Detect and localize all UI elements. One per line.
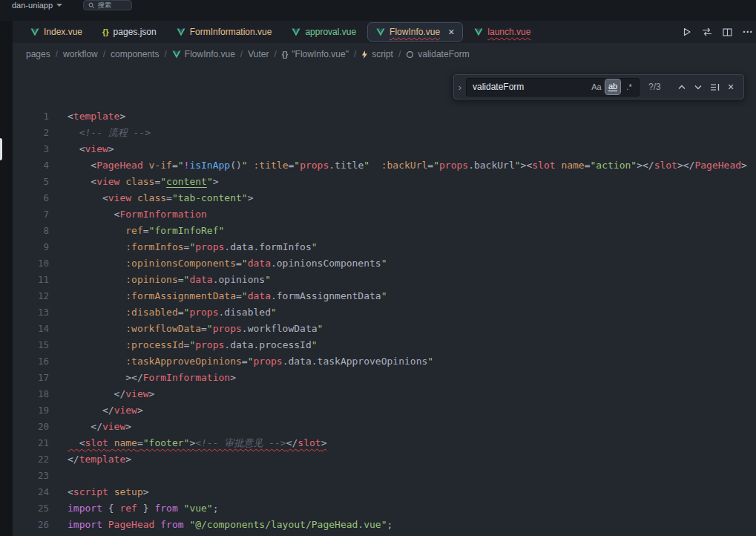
find-previous-button[interactable] <box>674 79 690 95</box>
code-token: "footer" <box>143 437 190 448</box>
line-number[interactable]: 12 <box>13 288 49 304</box>
tab-index-vue[interactable]: Index.vue <box>22 22 91 42</box>
run-button[interactable] <box>683 27 691 36</box>
code-token: :opinions <box>125 274 177 285</box>
code-line[interactable]: 13 :disabled="props.disabled" <box>13 304 756 321</box>
breadcrumb-item-script[interactable]: script <box>361 49 393 59</box>
code-line[interactable]: 9 :formInfos="props.data.formInfos" <box>13 239 756 255</box>
find-input[interactable] <box>473 82 588 92</box>
line-number[interactable]: 2 <box>13 125 49 141</box>
line-number[interactable]: 21 <box>13 435 49 451</box>
tab-launch-vue[interactable]: launch.vue <box>465 22 539 42</box>
split-editor-button[interactable] <box>723 28 732 36</box>
find-in-selection-button[interactable] <box>706 79 723 95</box>
code-line[interactable]: 4 <PageHead v-if="!isInApp()" :title="pr… <box>13 157 756 174</box>
code-token <box>68 258 125 269</box>
code-line[interactable]: 5 <view class="content"> <box>13 174 756 190</box>
line-number[interactable]: 20 <box>13 419 49 435</box>
code-line[interactable]: 2 <!-- 流程 --> <box>13 125 756 141</box>
line-number[interactable]: 6 <box>13 190 49 206</box>
code-line[interactable]: 10 :opinionsComponents="data.opinionsCom… <box>13 255 756 272</box>
line-number[interactable]: 8 <box>13 223 49 239</box>
line-number[interactable]: 18 <box>13 386 49 402</box>
code-token: import <box>68 519 102 530</box>
code-token: > <box>119 111 125 122</box>
code-line[interactable]: 3 <view> <box>13 141 756 157</box>
code-line[interactable]: 24<script setup> <box>13 484 756 500</box>
line-number[interactable]: 15 <box>13 337 49 353</box>
line-number[interactable]: 3 <box>13 141 49 157</box>
close-icon[interactable]: × <box>448 27 454 37</box>
vue-icon <box>292 28 300 36</box>
project-menu[interactable]: dan-uniapp <box>12 0 62 10</box>
breadcrumb-item-vuter[interactable]: Vuter <box>248 49 269 59</box>
code-line[interactable]: 12 :formAssignmentData="data.formAssignm… <box>13 288 756 304</box>
tab-pages-json[interactable]: {}pages.json <box>93 22 165 42</box>
code-token: < <box>68 209 119 220</box>
breadcrumb-item-validateform[interactable]: validateForm <box>406 49 469 59</box>
code-line[interactable]: 8 ref="formInfoRef" <box>13 223 756 239</box>
code-token: "@/components/layout/PageHead.vue" <box>189 519 387 530</box>
code-line[interactable]: 22</template> <box>13 451 756 468</box>
tab-approval-vue[interactable]: approval.vue <box>283 22 365 42</box>
close-icon: × <box>728 81 734 93</box>
line-number[interactable]: 19 <box>13 402 49 419</box>
breadcrumb-item--flowinfo-vue-[interactable]: {}"FlowInfo.vue" <box>282 49 349 59</box>
code-line[interactable]: 19 </view> <box>13 402 756 419</box>
line-number[interactable]: 11 <box>13 272 49 288</box>
line-number[interactable]: 7 <box>13 206 49 223</box>
code-line[interactable]: 23 <box>13 468 756 484</box>
whole-word-toggle[interactable]: ab <box>605 79 620 94</box>
code-line[interactable]: 15 :processId="props.data.processId" <box>13 337 756 353</box>
code-line[interactable]: 11 :opinions="data.opinions" <box>13 272 756 288</box>
line-number[interactable]: 14 <box>13 321 49 337</box>
code-token <box>68 274 125 285</box>
code-line[interactable]: 14 :workflowData="props.workflowData" <box>13 321 756 337</box>
line-number[interactable]: 23 <box>13 468 49 484</box>
breadcrumb-item-workflow[interactable]: workflow <box>63 49 98 59</box>
code-token: content <box>166 176 207 187</box>
code-line[interactable]: 26import PageHead from "@/components/lay… <box>13 517 756 533</box>
code-token: " <box>312 241 318 252</box>
match-case-toggle[interactable]: Aa <box>589 79 604 94</box>
code-line[interactable]: 25import { ref } from "vue"; <box>13 500 756 517</box>
search-icon <box>88 2 95 9</box>
code-line[interactable]: 17 ></FormInformation> <box>13 370 756 386</box>
line-number[interactable]: 5 <box>13 174 49 190</box>
regex-toggle[interactable]: .* <box>622 79 637 94</box>
line-number[interactable]: 17 <box>13 370 49 386</box>
find-next-button[interactable] <box>690 79 706 95</box>
tab-forminformation-vue[interactable]: FormInformation.vue <box>168 22 281 42</box>
breadcrumb-item-pages[interactable]: pages <box>26 49 50 59</box>
line-number[interactable]: 1 <box>13 108 49 125</box>
line-number[interactable]: 4 <box>13 157 49 174</box>
breadcrumb-item-flowinfo-vue[interactable]: FlowInfo.vue <box>172 49 235 59</box>
line-number[interactable]: 13 <box>13 304 49 321</box>
code-line[interactable]: 18 </view> <box>13 386 756 402</box>
line-number[interactable]: 10 <box>13 255 49 272</box>
sidebar-drag-handle[interactable] <box>0 138 2 160</box>
open-changes-button[interactable] <box>702 27 712 36</box>
line-number[interactable]: 24 <box>13 484 49 500</box>
code-line[interactable]: 6 <view class="tab-content"> <box>13 190 756 206</box>
find-expand-toggle[interactable]: › <box>454 75 466 99</box>
code-line[interactable]: 16 :taskApproveOpinions="props.data.task… <box>13 353 756 370</box>
code-line[interactable]: 7 <FormInformation <box>13 206 756 223</box>
more-actions-button[interactable]: ··· <box>743 26 753 38</box>
code-token <box>143 160 149 171</box>
line-number[interactable]: 26 <box>13 517 49 533</box>
vue-icon <box>474 28 483 36</box>
code-token: :formAssignmentData <box>125 290 236 301</box>
code-line[interactable]: 1<template> <box>13 108 756 125</box>
code-line[interactable]: 21 <slot name="footer"><!-- 审批意见 --></sl… <box>13 435 756 451</box>
find-close-button[interactable]: × <box>723 79 739 95</box>
line-number[interactable]: 16 <box>13 353 49 370</box>
line-number[interactable]: 22 <box>13 451 49 468</box>
breadcrumb-item-components[interactable]: components <box>111 49 159 59</box>
global-search[interactable]: 搜索 <box>83 0 132 10</box>
code-line[interactable]: 20 </view> <box>13 419 756 435</box>
tab-flowinfo-vue[interactable]: FlowInfo.vue× <box>367 22 463 42</box>
code-token: ref <box>125 225 142 236</box>
line-number[interactable]: 25 <box>13 500 49 517</box>
line-number[interactable]: 9 <box>13 239 49 255</box>
